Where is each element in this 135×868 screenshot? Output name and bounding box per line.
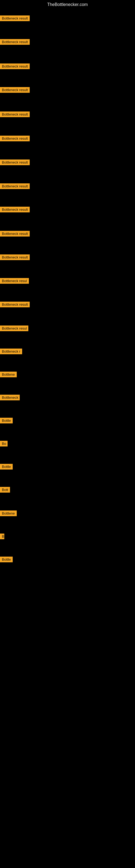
bottleneck-badge-1: Bottleneck result (0, 16, 30, 21)
bottleneck-badge-8: Bottleneck result (0, 183, 30, 189)
bottleneck-badge-12: Bottleneck resul (0, 278, 29, 284)
bottleneck-badge-2: Bottleneck result (0, 39, 30, 45)
bottleneck-badge-6: Bottleneck result (0, 135, 30, 141)
bottleneck-badge-20: Bottle (0, 464, 13, 469)
bottleneck-badge-5: Bottleneck result (0, 112, 30, 117)
bottleneck-badge-15: Bottleneck r (0, 348, 22, 354)
bottleneck-badge-17: Bottleneck (0, 395, 20, 400)
bottleneck-badge-10: Bottleneck result (0, 231, 30, 237)
bottleneck-badge-14: Bottleneck resul (0, 326, 28, 331)
site-title: TheBottlenecker.com (0, 0, 135, 8)
bottleneck-badge-13: Bottleneck result (0, 302, 30, 307)
bottleneck-badge-18: Bottle (0, 418, 13, 424)
bottleneck-badge-16: Bottlene (0, 372, 17, 377)
bottleneck-badge-23: B (0, 533, 4, 539)
bottleneck-badge-19: Bo (0, 441, 8, 446)
bottleneck-badge-21: Bott (0, 487, 10, 493)
bottleneck-badge-3: Bottleneck result (0, 63, 30, 69)
bottleneck-badge-7: Bottleneck result (0, 159, 30, 165)
bottleneck-badge-11: Bottleneck result (0, 254, 30, 260)
bottleneck-badge-9: Bottleneck result (0, 207, 30, 212)
bottleneck-badge-4: Bottleneck result (0, 87, 30, 93)
bottleneck-badge-24: Bottle (0, 557, 13, 562)
bottleneck-badge-22: Bottlene (0, 510, 17, 516)
